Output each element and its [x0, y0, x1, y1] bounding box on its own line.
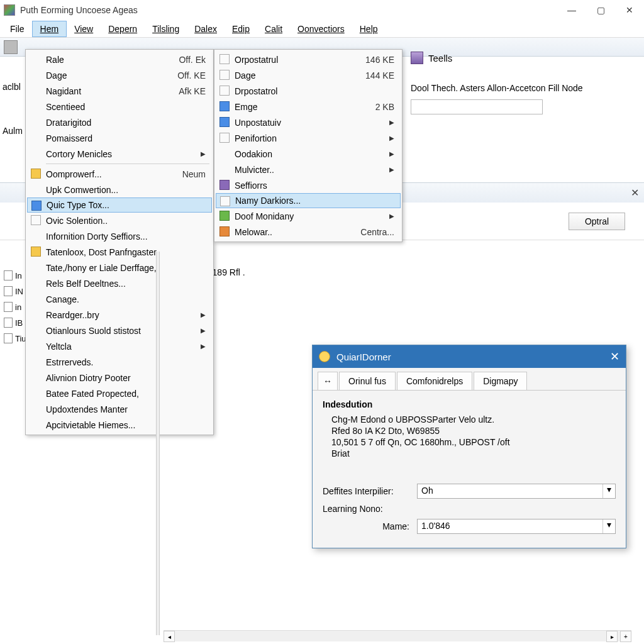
menu-item[interactable]: Drpostatrol [216, 83, 401, 99]
vertical-splitter[interactable] [156, 252, 160, 635]
menu-item[interactable]: Namy Darkiors... [216, 193, 401, 208]
menu-help[interactable]: Help [352, 21, 386, 36]
chevron-down-icon[interactable]: ▾ [602, 484, 615, 498]
menu-item[interactable]: Tatenloox, Dost Panfngaster, [27, 244, 212, 260]
scroll-left-icon[interactable]: ◂ [164, 631, 175, 642]
toolbar-icon[interactable] [4, 40, 18, 54]
dialog-tab-arrows[interactable]: ↔ [318, 372, 338, 390]
menu-item[interactable]: Updoxtendes Manter [27, 401, 212, 417]
content-area: if it 150n PA 189 Rfl . net - oet - [164, 255, 631, 336]
menu-item[interactable]: Ovic Solention.. [27, 213, 212, 228]
menu-item[interactable]: Yeltcla▶ [27, 338, 212, 354]
menu-depern[interactable]: Depern [101, 21, 145, 36]
menu-item[interactable]: Upk Comwertion... [27, 182, 212, 197]
dialog-close-icon[interactable]: ✕ [610, 350, 619, 364]
menu-item-icon [219, 70, 230, 80]
menu-item[interactable]: Melowar..Centra... [216, 224, 401, 240]
menu-item[interactable]: Infornition Dorty Seffiors... [27, 228, 212, 244]
list-item[interactable]: IB [4, 318, 23, 328]
menu-item[interactable]: Unpostatuiv▶ [216, 114, 401, 130]
app-icon [4, 4, 15, 16]
menu-item-label: Rels Belf Deeltnes... [46, 279, 206, 289]
menu-item[interactable]: Batee Fated Propected, [27, 386, 212, 401]
horizontal-scrollbar[interactable]: ◂ ▸ + [164, 630, 631, 641]
list-item[interactable]: In [4, 270, 22, 280]
menu-item[interactable]: Orpostatrul146 KE [216, 52, 401, 67]
panel-input[interactable] [411, 99, 543, 114]
menu-hem[interactable]: Hem [32, 21, 67, 37]
menu-item-icon [219, 117, 230, 127]
menu-item[interactable]: Emge2 KB [216, 99, 401, 114]
menu-item[interactable]: Otianlours Suold stistost▶ [27, 323, 212, 338]
maximize-button[interactable]: ▢ [586, 0, 615, 20]
menu-item-label: Alivnion Diotry Pooter [46, 373, 206, 383]
minimize-button[interactable]: — [557, 0, 586, 20]
close-button[interactable]: ✕ [615, 0, 644, 20]
list-item[interactable]: Tiu [4, 333, 26, 343]
field-label-mame: Mame: [323, 521, 417, 531]
menu-item[interactable]: Reardger..bry▶ [27, 307, 212, 323]
menu-item[interactable]: Oomprowerf...Neum [27, 166, 212, 182]
menu-item[interactable]: Alivnion Diotry Pooter [27, 370, 212, 386]
menu-item[interactable]: Rels Belf Deeltnes... [27, 275, 212, 291]
dialog-tab-digmapy[interactable]: Digmapy [474, 372, 527, 390]
menu-tilsling[interactable]: Tilsling [145, 21, 187, 36]
menu-item-label: Doof Monidany [235, 211, 377, 221]
document-icon [4, 318, 13, 328]
menu-oonvectiors[interactable]: Oonvectiors [290, 21, 352, 36]
scroll-right-icon[interactable]: ▸ [606, 631, 618, 642]
chevron-down-icon[interactable]: ▾ [602, 519, 615, 533]
menu-item-label: Melowar.. [235, 227, 348, 237]
menu-item[interactable]: Oodakion▶ [216, 146, 401, 162]
dialog-tab-comfonidrelps[interactable]: Comfonidrelps [397, 372, 472, 390]
menu-item[interactable]: Doof Monidany▶ [216, 208, 401, 224]
menu-item[interactable]: Canage. [27, 291, 212, 307]
menu-edip[interactable]: Edip [225, 21, 257, 36]
dropdown-menu-primary: RaleOff. EkDageOff. KENagidantAfk KEScen… [25, 49, 214, 435]
menu-item-label: Unpostatuiv [235, 118, 377, 128]
menu-item-icon [31, 169, 41, 179]
menu-item[interactable]: Estrrerveds. [27, 354, 212, 370]
menu-item-icon [219, 180, 230, 190]
menu-item[interactable]: Quic Type Tox... [27, 197, 212, 213]
left-label-b: Aulm [3, 126, 23, 136]
list-item[interactable]: IN [4, 286, 23, 296]
menu-item[interactable]: Apcitvietable Hiemes... [27, 417, 212, 433]
optral-button[interactable]: Optral [569, 213, 625, 230]
list-item[interactable]: in [4, 302, 21, 312]
menu-separator [46, 164, 209, 164]
menu-file[interactable]: File [3, 21, 32, 36]
menu-item[interactable]: RaleOff. Ek [27, 52, 212, 67]
submenu-arrow-icon: ▶ [389, 166, 394, 173]
menu-item[interactable]: DageOff. KE [27, 67, 212, 83]
menu-item[interactable]: Dratarigitod [27, 114, 212, 130]
menu-item[interactable]: Scentieed [27, 99, 212, 114]
menu-item[interactable]: Tate,/hony er Liale Derffage, [27, 260, 212, 275]
menu-item-shortcut: Off. Ek [179, 55, 206, 65]
menu-item-label: Rale [46, 55, 166, 65]
menu-item-label: Reardger..bry [46, 310, 188, 320]
menu-item[interactable]: Pomaisserd [27, 130, 212, 146]
menu-item-label: Pomaisserd [46, 133, 206, 143]
menu-item[interactable]: Penifortion▶ [216, 130, 401, 146]
scroll-plus-icon[interactable]: + [620, 631, 631, 642]
menu-item[interactable]: Mulvicter..▶ [216, 162, 401, 177]
menu-item-label: Mulvicter.. [235, 165, 377, 175]
menu-calit[interactable]: Calit [257, 21, 290, 36]
menu-item[interactable]: Dage144 KE [216, 67, 401, 83]
menu-view[interactable]: View [67, 21, 101, 36]
menu-dalex[interactable]: Dalex [187, 21, 225, 36]
dialog-text: Chg-M Edond o UBPOSSParter Velo ultz. [331, 414, 616, 425]
deffites-combo[interactable]: Oh ▾ [417, 484, 616, 499]
dialog-tab-orinul[interactable]: Orinul fus [339, 372, 396, 390]
menu-item-icon [219, 211, 230, 221]
panel-close-icon[interactable]: ✕ [631, 187, 639, 199]
document-icon [4, 286, 13, 296]
menu-item[interactable]: NagidantAfk KE [27, 83, 212, 99]
menu-item[interactable]: Seffiorrs [216, 177, 401, 193]
left-label-a: aclbl [3, 82, 21, 92]
panel-description: Dool Thech. Asters Allon-Accetcon Fill N… [407, 79, 640, 97]
document-icon [4, 333, 13, 343]
menu-item[interactable]: Cortory Menicles▶ [27, 146, 212, 162]
mame-combo[interactable]: 1.0'846 ▾ [417, 519, 616, 534]
